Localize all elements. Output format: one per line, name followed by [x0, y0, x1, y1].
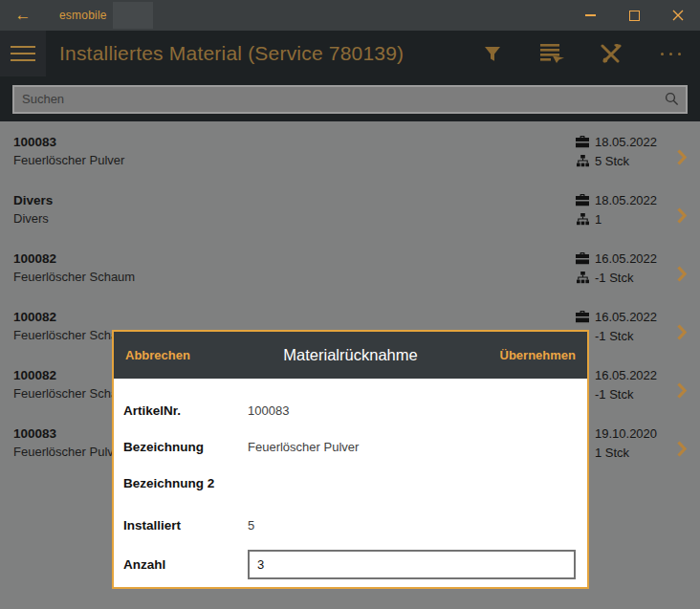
minimize-icon — [585, 14, 596, 16]
quantity: 5 Stck — [595, 154, 629, 168]
more-button[interactable] — [641, 31, 700, 76]
apply-button[interactable]: Übernehmen — [500, 348, 576, 362]
article-number: 100082 — [13, 251, 576, 266]
install-date: 16.05.2022 — [595, 251, 657, 266]
quantity: 1 — [595, 212, 602, 227]
list-select-icon — [540, 44, 564, 63]
field-label: ArtikelNr. — [123, 403, 248, 418]
chevron-right-icon[interactable] — [664, 303, 687, 361]
table-row[interactable]: 100082 Feuerlöscher Schaum 16.05.2022 -1… — [0, 245, 700, 303]
material-return-dialog: Abbrechen Materialrücknahme Übernehmen A… — [112, 330, 589, 589]
field-bezeichnung: Bezeichnung Feuerlöscher Pulver — [123, 428, 576, 465]
sitemap-icon — [576, 213, 589, 227]
maximize-button[interactable] — [612, 0, 656, 31]
minimize-button[interactable] — [568, 0, 612, 31]
quantity: -1 Stck — [595, 387, 633, 402]
field-label: Bezeichnung — [123, 440, 248, 454]
article-number: Divers — [13, 193, 576, 207]
install-date: 16.05.2022 — [595, 310, 657, 324]
quantity: -1 Stck — [595, 329, 633, 343]
install-date: 19.10.2020 — [595, 426, 657, 441]
dialog-header: Abbrechen Materialrücknahme Übernehmen — [114, 332, 587, 379]
back-arrow-icon: ← — [15, 6, 32, 25]
dialog-body: ArtikelNr. 100083 Bezeichnung Feuerlösch… — [114, 379, 587, 583]
table-row[interactable]: 100083 Feuerlöscher Pulver 18.05.2022 5 … — [0, 128, 700, 186]
sitemap-icon — [576, 272, 589, 285]
page-title: Installiertes Material (Service 780139) — [46, 31, 404, 76]
chevron-right-icon[interactable] — [664, 186, 687, 245]
article-number: 100083 — [13, 135, 576, 149]
field-value: 100083 — [248, 403, 576, 418]
filter-icon — [484, 46, 501, 62]
field-value: Feuerlöscher Pulver — [248, 440, 576, 454]
briefcase-icon — [576, 194, 589, 207]
search-zone — [0, 76, 700, 121]
titlebar-drag-area[interactable] — [153, 0, 568, 31]
article-name: Feuerlöscher Schaum — [13, 270, 576, 284]
chevron-right-icon[interactable] — [664, 420, 687, 478]
chevron-right-icon[interactable] — [664, 245, 687, 303]
search-input[interactable] — [14, 87, 657, 112]
search-box — [12, 85, 688, 114]
pick-list-button[interactable] — [522, 31, 581, 76]
ellipsis-icon — [661, 53, 681, 55]
field-label: Anzahl — [123, 557, 248, 572]
field-bezeichnung2: Bezeichnung 2 — [123, 465, 576, 501]
chevron-right-icon[interactable] — [664, 361, 687, 420]
menu-button[interactable] — [0, 31, 46, 76]
tools-icon — [601, 44, 622, 63]
close-button[interactable] — [656, 0, 700, 31]
app-title: esmobile — [46, 0, 107, 31]
install-date: 18.05.2022 — [595, 135, 657, 149]
install-date: 18.05.2022 — [595, 193, 657, 207]
close-icon — [672, 10, 684, 21]
app-header: Installiertes Material (Service 780139) — [0, 31, 700, 76]
quantity: 1 Stck — [595, 446, 629, 460]
briefcase-icon — [576, 252, 589, 266]
article-name: Feuerlöscher Pulver — [13, 153, 576, 167]
titlebar-highlight — [113, 2, 153, 29]
cancel-button[interactable]: Abbrechen — [125, 348, 190, 362]
sitemap-icon — [576, 155, 589, 168]
field-value: 5 — [248, 518, 576, 533]
search-icon[interactable] — [657, 92, 686, 106]
field-label: Bezeichnung 2 — [123, 476, 248, 490]
chevron-right-icon[interactable] — [664, 128, 687, 186]
hamburger-icon — [11, 46, 35, 48]
article-number: 100082 — [13, 310, 576, 324]
table-row[interactable]: Divers Divers 18.05.2022 1 — [0, 186, 700, 245]
field-label: Installiert — [123, 518, 248, 533]
install-date: 16.05.2022 — [595, 368, 657, 382]
titlebar: ← esmobile — [0, 0, 700, 31]
anzahl-input[interactable] — [248, 550, 576, 579]
field-anzahl: Anzahl — [123, 545, 576, 583]
briefcase-icon — [576, 311, 589, 324]
filter-button[interactable] — [463, 31, 522, 76]
tools-button[interactable] — [581, 31, 641, 76]
back-button[interactable]: ← — [0, 0, 46, 31]
article-name: Divers — [13, 211, 576, 226]
field-installiert: Installiert 5 — [123, 507, 576, 543]
briefcase-icon — [576, 136, 589, 149]
quantity: -1 Stck — [595, 271, 633, 285]
field-artikelnr: ArtikelNr. 100083 — [123, 392, 576, 428]
maximize-icon — [629, 11, 640, 21]
